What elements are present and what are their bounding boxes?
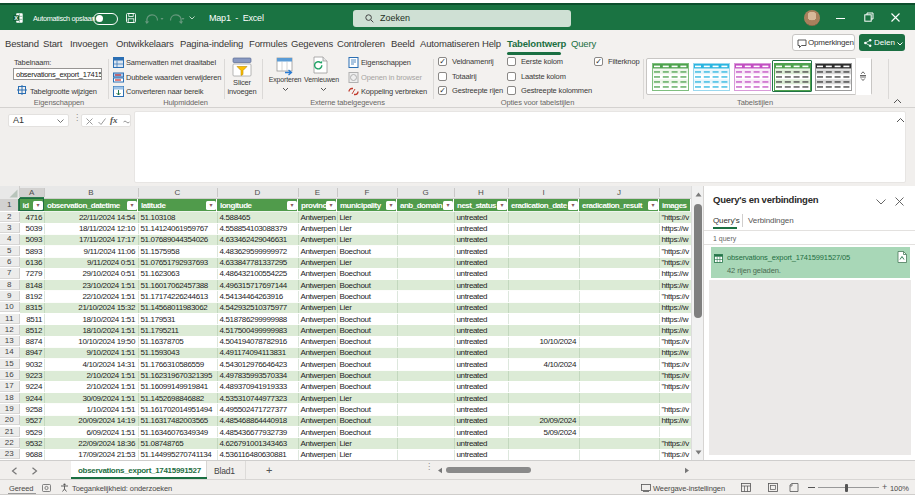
svg-text:X: X: [14, 15, 18, 21]
